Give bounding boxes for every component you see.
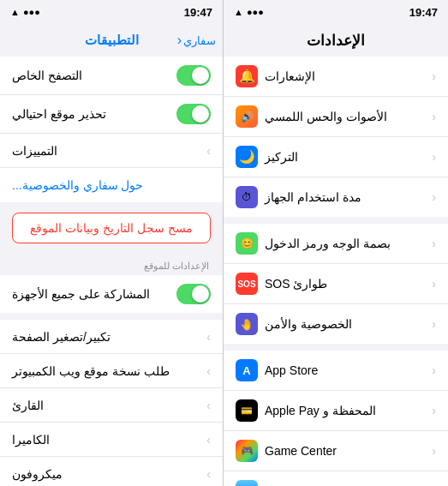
right-signal-icon: ●●● [247, 7, 264, 17]
label-focus: التركيز [265, 150, 298, 164]
row-private[interactable]: التصفح الخاص [0, 57, 223, 95]
row-camera[interactable]: › الكاميرا [0, 423, 223, 457]
chevron-mic: › [206, 467, 211, 481]
row-notifications[interactable]: ‹ الإشعارات 🔔 [224, 57, 448, 97]
toggle-share[interactable] [176, 284, 211, 304]
label-screentime: مدة استخدام الجهاز [265, 190, 361, 204]
left-nav-bar: التطبيقات › سفاري [0, 24, 223, 57]
left-scroll[interactable]: التصفح الخاص تحذير موقع احتيالي › التميي… [0, 57, 223, 486]
chevron-zoom: › [206, 330, 211, 344]
left-time: 19:47 [184, 6, 212, 19]
screentime-group: مدة استخدام الجهاز ⏱ [236, 186, 432, 208]
label-gamecenter: Game Center [265, 444, 337, 458]
row-mic[interactable]: › ميكروفون [0, 457, 223, 486]
toggle-fraud[interactable] [176, 104, 211, 124]
clear-history-button[interactable]: مسح سجل التاريخ وبيانات الموقع [12, 213, 211, 243]
chevron-sounds: ‹ [432, 110, 436, 123]
faceid-group: بصمة الوجه ورمز الدخول 😊 [236, 232, 432, 255]
row-wallet[interactable]: ‹ المحفظة و Apple Pay 💳 [224, 391, 448, 431]
row-desktop[interactable]: › طلب نسخة موقع ويب الكمبيوتر [0, 354, 223, 388]
label-private: التصفح الخاص [12, 69, 82, 82]
right-nav-bar: الإعدادات [224, 24, 448, 57]
left-nav-title: التطبيقات [85, 33, 139, 48]
left-status-icons: ▲ ●●● [10, 7, 40, 17]
chevron-faceid: ‹ [432, 237, 436, 250]
sos-group: طوارئ SOS SOS [236, 273, 432, 295]
label-reader: القارئ [12, 399, 44, 412]
left-panel: ▲ ●●● 19:47 التطبيقات › سفاري التصفح الخ… [0, 0, 224, 486]
left-section-3: › تكبير/تصغير الصفحة › طلب نسخة موقع ويب… [0, 320, 223, 486]
icloud-group: iCloud ☁️ [236, 480, 432, 486]
icon-focus: 🌙 [236, 146, 258, 168]
chevron-reader: › [206, 399, 211, 412]
chevron-focus: ‹ [432, 150, 436, 164]
label-fraud: تحذير موقع احتيالي [12, 107, 106, 121]
label-camera: الكاميرا [12, 433, 50, 447]
label-notifications: الإشعارات [265, 69, 315, 83]
privacy-group: الخصوصية والأمن 🤚 [236, 313, 432, 335]
wifi-icon: ▲ [10, 7, 20, 17]
chevron-desktop: › [206, 364, 211, 378]
label-desktop: طلب نسخة موقع ويب الكمبيوتر [12, 364, 170, 378]
row-share[interactable]: المشاركة على جميع الأجهزة [0, 275, 223, 313]
row-reader[interactable]: › القارئ [0, 388, 223, 423]
chevron-appstore: ‹ [432, 363, 436, 377]
right-panel: ▲ ●●● 19:47 الإعدادات ‹ الإشعارات 🔔 ‹ ال… [224, 0, 448, 486]
chevron-wallet: ‹ [432, 404, 436, 417]
right-section-1: ‹ الإشعارات 🔔 ‹ الأصوات والحس اللمسي 🔊 ‹… [224, 57, 448, 217]
icon-appstore: A [236, 359, 258, 381]
left-section-2: المشاركة على جميع الأجهزة [0, 275, 223, 313]
sounds-group: الأصوات والحس اللمسي 🔊 [236, 105, 432, 128]
label-privacy: الخصوصية والأمن [265, 317, 352, 331]
right-scroll[interactable]: ‹ الإشعارات 🔔 ‹ الأصوات والحس اللمسي 🔊 ‹… [224, 57, 448, 486]
row-fraud[interactable]: تحذير موقع احتيالي [0, 95, 223, 134]
signal-icon: ●●● [23, 7, 40, 17]
label-appstore: App Store [265, 363, 318, 377]
toggle-private[interactable] [176, 65, 211, 86]
left-back-label: سفاري [183, 34, 216, 47]
chevron-privacy: ‹ [432, 317, 436, 331]
right-section-2: ‹ بصمة الوجه ورمز الدخول 😊 ‹ طوارئ SOS S… [224, 224, 448, 344]
chevron-screentime: ‹ [432, 190, 436, 204]
label-extensions: التمييزات [12, 144, 57, 158]
row-screentime[interactable]: ‹ مدة استخدام الجهاز ⏱ [224, 177, 448, 217]
row-faceid[interactable]: ‹ بصمة الوجه ورمز الدخول 😊 [224, 224, 448, 264]
row-appstore[interactable]: ‹ App Store A [224, 351, 448, 391]
row-extensions[interactable]: › التمييزات [0, 134, 223, 168]
icon-screentime: ⏱ [236, 186, 258, 208]
label-mic: ميكروفون [12, 467, 63, 481]
right-status-icons: ▲ ●●● [234, 7, 264, 17]
label-share: المشاركة على جميع الأجهزة [12, 287, 150, 301]
icon-wallet: 💳 [236, 399, 258, 422]
label-faceid: بصمة الوجه ورمز الدخول [265, 237, 391, 250]
icon-sos: SOS [236, 273, 258, 295]
row-zoom[interactable]: › تكبير/تصغير الصفحة [0, 320, 223, 354]
label-zoom: تكبير/تصغير الصفحة [12, 330, 111, 344]
chevron-notifications: ‹ [432, 69, 436, 83]
right-wifi-icon: ▲ [234, 7, 243, 17]
row-privacy[interactable]: ‹ الخصوصية والأمن 🤚 [224, 304, 448, 344]
left-status-bar: ▲ ●●● 19:47 [0, 0, 223, 24]
icon-privacy: 🤚 [236, 313, 258, 335]
row-gamecenter[interactable]: ‹ Game Center 🎮 [224, 431, 448, 471]
label-sos: طوارئ SOS [265, 277, 327, 291]
icon-sounds: 🔊 [236, 105, 258, 128]
row-sounds[interactable]: ‹ الأصوات والحس اللمسي 🔊 [224, 97, 448, 137]
icon-gamecenter: 🎮 [236, 440, 258, 462]
icon-icloud: ☁️ [236, 480, 258, 486]
row-link[interactable]: حول سفاري والخصوصية... [0, 168, 223, 202]
chevron-camera: › [206, 433, 211, 447]
row-focus[interactable]: ‹ التركيز 🌙 [224, 137, 448, 177]
row-sos[interactable]: ‹ طوارئ SOS SOS [224, 264, 448, 304]
right-status-bar: ▲ ●●● 19:47 [224, 0, 448, 24]
chevron-extensions: › [206, 144, 211, 158]
appstore-group: App Store A [236, 359, 432, 381]
chevron-sos: ‹ [432, 277, 436, 291]
chevron-gamecenter: ‹ [432, 444, 436, 458]
label-link: حول سفاري والخصوصية... [12, 178, 143, 192]
gamecenter-group: Game Center 🎮 [236, 440, 432, 462]
row-icloud[interactable]: ‹ iCloud ☁️ [224, 471, 448, 486]
icon-notifications: 🔔 [236, 65, 258, 87]
left-nav-back[interactable]: › سفاري [177, 33, 216, 48]
right-nav-title: الإعدادات [307, 32, 365, 50]
